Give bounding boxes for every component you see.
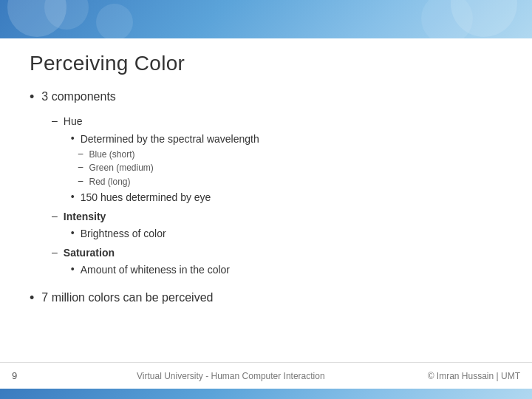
dash-saturation: – bbox=[52, 246, 58, 258]
main-bullet-list: • 3 components – Hue • bbox=[30, 89, 502, 355]
deco-circle-5 bbox=[96, 4, 133, 38]
dash-item-saturation: – Saturation • Amount of whiteness in th… bbox=[37, 246, 502, 279]
dash-green: – bbox=[78, 162, 83, 172]
text-red: Red (long) bbox=[89, 176, 130, 188]
footer-page-number: 9 bbox=[12, 370, 34, 381]
wavelength-blue: – Blue (short) bbox=[78, 149, 259, 161]
footer: 9 Virtual University - Human Computer In… bbox=[0, 362, 532, 389]
sub-text-brightness: Brightness of color bbox=[81, 227, 166, 242]
saturation-sub-list: • Amount of whiteness in the color bbox=[64, 263, 230, 278]
sub-item-150hues: • 150 hues determined by eye bbox=[64, 191, 259, 205]
sub-dot-whiteness: • bbox=[71, 263, 75, 275]
bullet-item-components: • 3 components – Hue • bbox=[30, 89, 502, 279]
deco-circle-4 bbox=[421, 0, 473, 38]
footer-center-text: Virtual University - Human Computer Inte… bbox=[34, 371, 428, 381]
wavelength-green: – Green (medium) bbox=[78, 162, 259, 174]
saturation-label: Saturation bbox=[64, 247, 115, 259]
sub-dot-150: • bbox=[71, 191, 75, 202]
footer-right-text: © Imran Hussain | UMT bbox=[428, 371, 520, 381]
dash-intensity: – bbox=[52, 210, 58, 222]
hue-label: Hue bbox=[64, 115, 83, 127]
sub-dot-brightness: • bbox=[71, 227, 75, 239]
sub-item-determined: • Determined by the spectral wavelength … bbox=[64, 132, 259, 188]
bullet-text-7million: 7 million colors can be perceived bbox=[41, 290, 213, 306]
intensity-sub-list: • Brightness of color bbox=[64, 227, 166, 242]
sub-item-brightness: • Brightness of color bbox=[64, 227, 166, 242]
bullet-dot-2: • bbox=[30, 290, 34, 307]
sub-dot-determined: • bbox=[71, 132, 75, 144]
hue-sub-list: • Determined by the spectral wavelength … bbox=[64, 132, 259, 205]
wavelength-list: – Blue (short) – Green (medium) bbox=[64, 149, 259, 188]
dash-hue: – bbox=[52, 115, 58, 126]
bullet-item-7million: • 7 million colors can be perceived bbox=[30, 290, 502, 307]
dash-blue: – bbox=[78, 149, 83, 159]
bottom-decorative-band bbox=[0, 389, 532, 399]
sub-text-whiteness: Amount of whiteness in the color bbox=[81, 263, 230, 278]
top-decorative-band bbox=[0, 0, 532, 38]
slide: Perceiving Color • 3 components – Hue bbox=[0, 0, 532, 399]
dash-red: – bbox=[78, 176, 83, 186]
text-green: Green (medium) bbox=[89, 162, 153, 174]
text-blue: Blue (short) bbox=[89, 149, 134, 161]
dash-item-intensity: – Intensity • Brightness of color bbox=[37, 210, 502, 243]
bullet-dot-1: • bbox=[30, 89, 34, 106]
sub-item-whiteness: • Amount of whiteness in the color bbox=[64, 263, 230, 278]
slide-content: Perceiving Color • 3 components – Hue bbox=[0, 38, 532, 362]
dash-item-hue: – Hue • Determined by the spectral wavel… bbox=[37, 115, 502, 206]
intensity-label: Intensity bbox=[64, 211, 106, 222]
sub-text-determined: Determined by the spectral wavelength bbox=[81, 132, 259, 147]
components-block: – Hue • Determined by the spectral wavel… bbox=[37, 115, 502, 279]
bullet-text-components: 3 components bbox=[41, 89, 116, 105]
slide-title: Perceiving Color bbox=[30, 52, 502, 75]
wavelength-red: – Red (long) bbox=[78, 176, 259, 188]
sub-text-150: 150 hues determined by eye bbox=[81, 191, 211, 205]
